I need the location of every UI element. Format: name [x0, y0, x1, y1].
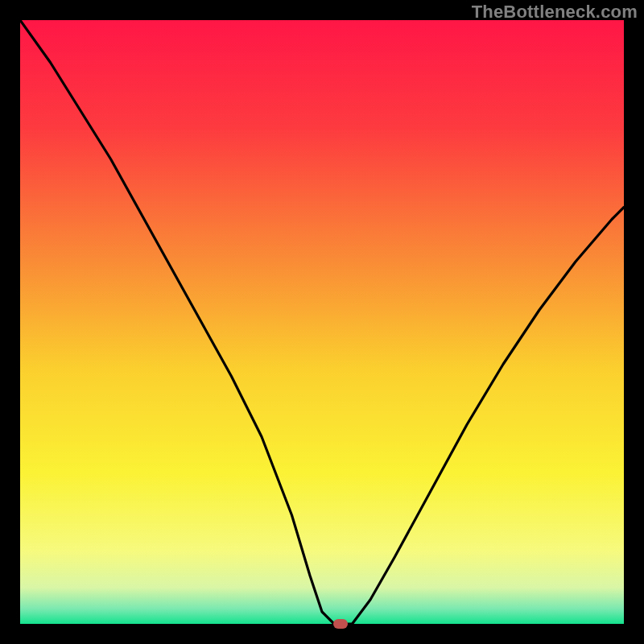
- plot-svg: [20, 20, 624, 624]
- plot-area: [20, 20, 624, 624]
- watermark-text: TheBottleneck.com: [472, 2, 638, 23]
- gradient-background: [20, 20, 624, 624]
- chart-container: TheBottleneck.com: [0, 0, 644, 644]
- optimal-point-marker: [333, 619, 348, 629]
